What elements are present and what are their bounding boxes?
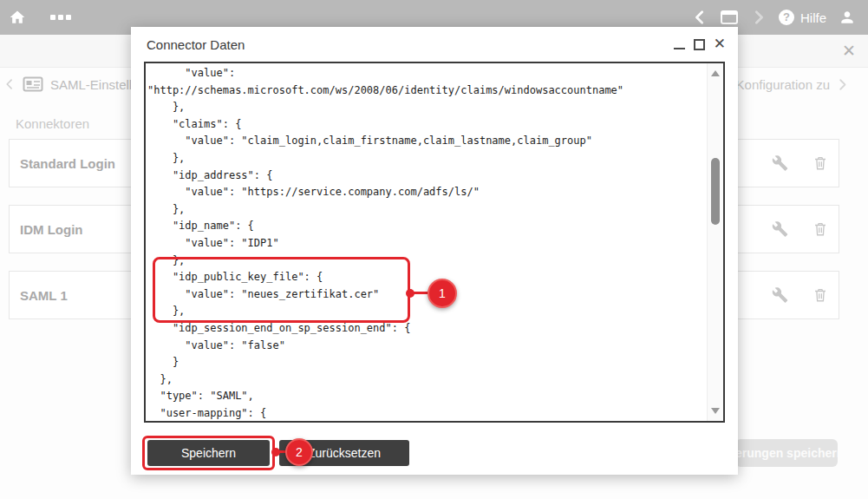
minimize-icon[interactable] [674,48,685,49]
menu-ellipsis-icon[interactable] [50,15,71,20]
user-icon[interactable] [839,9,856,26]
breadcrumb[interactable]: SAML-Einstellun [3,76,147,92]
close-icon[interactable]: ✕ [714,37,726,51]
scrollbar-thumb[interactable] [711,158,720,225]
id-card-icon [23,76,43,92]
delete-trash-icon[interactable] [813,287,828,304]
scroll-down-icon[interactable] [711,408,720,414]
edit-wrench-icon[interactable] [772,287,788,304]
modal-title: Connector Daten [147,27,245,63]
connector-name: Standard Login [20,156,115,171]
delete-trash-icon[interactable] [813,221,828,238]
connector-name: SAML 1 [20,288,68,303]
scrollbar[interactable] [707,63,723,421]
connector-name: IDM Login [20,222,82,237]
section-title: Konnektoren [16,116,89,131]
annotation-step-2-badge: 2 [285,438,313,466]
config-link-label: Konfiguration zu [736,77,830,92]
annotation-line-1 [410,292,429,294]
annotation-highlight-box-2 [142,436,275,470]
panel-close-icon[interactable]: ✕ [842,42,856,61]
back-chevron-icon[interactable] [692,10,708,25]
edit-wrench-icon[interactable] [772,221,788,238]
maximize-icon[interactable] [694,39,705,50]
config-forward-chevron-icon [836,78,849,91]
help-label: Hilfe [800,10,826,25]
annotation-step-1-badge: 1 [427,279,457,308]
breadcrumb-back-chevron-icon [3,78,16,90]
scroll-up-icon[interactable] [711,70,720,76]
window-icon[interactable] [720,10,739,26]
help-button[interactable]: ? Hilfe [779,10,826,25]
save-changes-button[interactable]: erungen speichern [735,439,838,467]
help-icon: ? [779,10,794,25]
annotation-highlight-box-1 [153,257,410,323]
home-icon[interactable] [9,9,26,26]
edit-wrench-icon[interactable] [772,155,788,172]
forward-chevron-icon[interactable] [751,10,767,25]
connector-data-modal: Connector Daten ✕ "value": "http://schem… [131,27,738,475]
connector-json-editor[interactable]: "value": "http://schemas.microsoft.com/w… [144,62,725,423]
connector-json-text[interactable]: "value": "http://schemas.microsoft.com/w… [147,65,705,421]
delete-trash-icon[interactable] [813,155,828,172]
modal-header: Connector Daten ✕ [131,27,738,62]
